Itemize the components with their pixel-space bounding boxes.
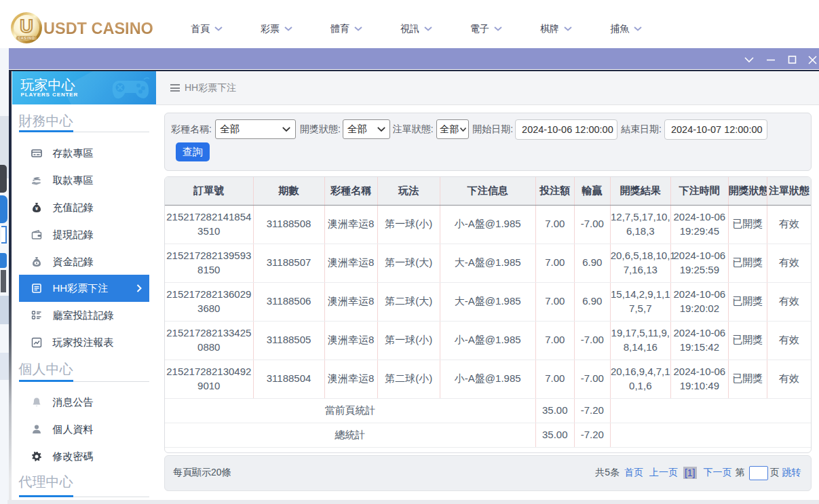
svg-text:¥: ¥ [35, 206, 38, 212]
